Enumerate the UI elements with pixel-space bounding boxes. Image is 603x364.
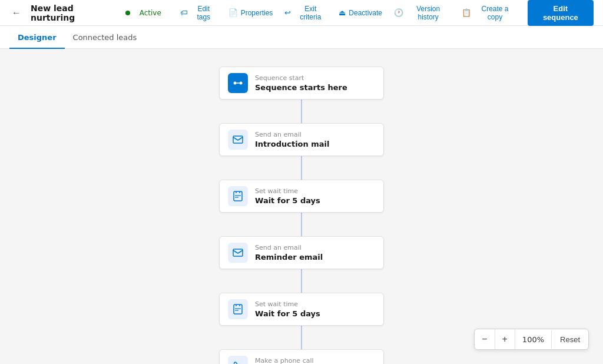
node-start-text: Sequence start Sequence starts here [255, 74, 347, 92]
deactivate-icon: ⏏ [339, 8, 346, 17]
zoom-value: 100% [515, 330, 552, 349]
node-wait1-text: Set wait time Wait for 5 days [255, 187, 320, 205]
properties-button[interactable]: 📄 Properties [224, 5, 278, 21]
zoom-reset-button[interactable]: Reset [552, 330, 588, 349]
svg-point-1 [240, 82, 243, 85]
tab-designer[interactable]: Designer [9, 26, 65, 49]
node-reminder-label: Send an email [255, 244, 323, 252]
node-phone-label: Make a phone call [255, 357, 314, 364]
exit-criteria-button[interactable]: ↩ Exit criteria [280, 1, 332, 25]
zoom-out-button[interactable]: − [475, 329, 495, 349]
email-icon-1 [228, 130, 248, 150]
page-title: New lead nurturing [31, 4, 118, 22]
back-button[interactable]: ← [9, 5, 24, 21]
version-history-button[interactable]: 🕐 Version history [389, 1, 455, 25]
node-start-title: Sequence starts here [255, 83, 347, 92]
svg-rect-10 [234, 305, 242, 314]
tab-connected-leads[interactable]: Connected leads [65, 26, 145, 49]
wait-icon-2 [228, 299, 248, 319]
deactivate-button[interactable]: ⏏ Deactivate [334, 5, 387, 21]
node-wait1-label: Set wait time [255, 187, 320, 195]
node-reminder-text: Send an email Reminder email [255, 244, 323, 262]
email-icon-2 [228, 243, 248, 263]
svg-rect-3 [233, 136, 243, 143]
header-actions: 🏷 Edit tags 📄 Properties ↩ Exit criteria… [175, 0, 594, 26]
node-wait2-title: Wait for 5 days [255, 309, 320, 318]
zoom-controls: − + 100% Reset [474, 329, 589, 350]
start-icon [228, 73, 248, 93]
canvas: Sequence start Sequence starts here Send… [0, 49, 603, 364]
node-intro-text: Send an email Introduction mail [255, 131, 330, 148]
exit-icon: ↩ [284, 8, 291, 17]
node-start-label: Sequence start [255, 74, 347, 82]
node-wait2-text: Set wait time Wait for 5 days [255, 300, 320, 318]
edit-sequence-button[interactable]: Edit sequence [528, 0, 594, 26]
svg-rect-4 [234, 191, 242, 201]
properties-icon: 📄 [228, 8, 238, 17]
connector-1 [301, 100, 302, 123]
connector-5 [301, 326, 302, 349]
node-phone-call[interactable]: Make a phone call Call customer [219, 349, 384, 364]
node-reminder-email[interactable]: Send an email Reminder email [219, 236, 384, 269]
sequence-flow: Sequence start Sequence starts here Send… [0, 67, 603, 364]
app-header: ← New lead nurturing Active 🏷 Edit tags … [0, 0, 603, 26]
node-wait2-label: Set wait time [255, 300, 320, 308]
status-dot [125, 11, 130, 15]
connector-2 [301, 156, 302, 180]
node-intro-label: Send an email [255, 131, 330, 138]
node-intro-title: Introduction mail [255, 140, 330, 148]
node-wait-2[interactable]: Set wait time Wait for 5 days [219, 293, 384, 326]
connector-4 [301, 269, 302, 293]
connector-3 [301, 213, 302, 236]
node-reminder-title: Reminder email [255, 253, 323, 262]
copy-icon: 📋 [462, 8, 471, 17]
status-label: Active [140, 9, 161, 17]
create-copy-button[interactable]: 📋 Create a copy [457, 1, 520, 25]
node-wait-1[interactable]: Set wait time Wait for 5 days [219, 180, 384, 213]
phone-icon [228, 356, 248, 364]
node-wait1-title: Wait for 5 days [255, 196, 320, 205]
svg-rect-9 [233, 249, 243, 256]
node-phone-text: Make a phone call Call customer [255, 357, 314, 364]
node-sequence-start[interactable]: Sequence start Sequence starts here [219, 67, 384, 100]
tags-icon: 🏷 [180, 8, 188, 17]
wait-icon-1 [228, 186, 248, 206]
history-icon: 🕐 [394, 8, 403, 17]
edit-tags-button[interactable]: 🏷 Edit tags [175, 1, 221, 25]
tabs-bar: Designer Connected leads [0, 26, 603, 49]
svg-point-0 [234, 82, 237, 85]
node-intro-mail[interactable]: Send an email Introduction mail [219, 123, 384, 156]
zoom-in-button[interactable]: + [495, 329, 515, 349]
